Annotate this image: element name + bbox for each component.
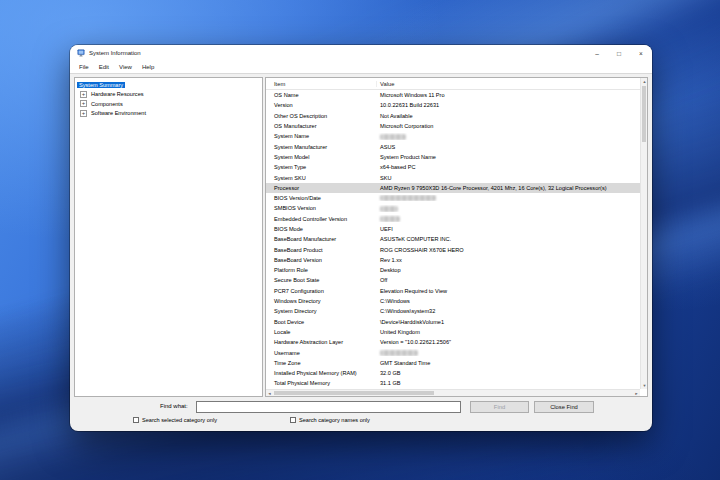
value-cell: Rev 1.xx: [377, 257, 640, 263]
value-cell: [377, 205, 640, 212]
menu-view[interactable]: View: [114, 64, 137, 70]
value-cell: ROG CROSSHAIR X670E HERO: [377, 247, 640, 253]
column-header-item[interactable]: Item: [266, 81, 377, 87]
minimize-button[interactable]: –: [586, 45, 608, 61]
item-cell: Secure Boot State: [266, 277, 377, 283]
info-row[interactable]: System ModelSystem Product Name: [266, 152, 640, 162]
redacted-value: [380, 134, 406, 140]
info-row[interactable]: BaseBoard VersionRev 1.xx: [266, 255, 640, 265]
expand-icon[interactable]: +: [80, 91, 87, 98]
find-options: Search selected category only Search cat…: [70, 417, 652, 427]
scroll-down-icon[interactable]: ▼: [641, 382, 648, 389]
info-row[interactable]: PCR7 ConfigurationElevation Required to …: [266, 286, 640, 296]
value-cell: System Product Name: [377, 154, 640, 160]
info-row[interactable]: Hardware Abstraction LayerVersion = "10.…: [266, 337, 640, 347]
item-cell: BaseBoard Product: [266, 247, 377, 253]
expand-icon[interactable]: +: [80, 110, 87, 117]
window-controls: – □ ×: [586, 45, 652, 61]
close-find-button[interactable]: Close Find: [534, 401, 594, 413]
menu-edit[interactable]: Edit: [94, 64, 114, 70]
find-input[interactable]: [196, 401, 461, 413]
item-cell: BaseBoard Version: [266, 257, 377, 263]
maximize-button[interactable]: □: [608, 45, 630, 61]
info-row[interactable]: ProcessorAMD Ryzen 9 7950X3D 16-Core Pro…: [266, 183, 640, 193]
value-cell: [377, 195, 640, 202]
info-row[interactable]: Boot Device\Device\HarddiskVolume1: [266, 317, 640, 327]
item-cell: Windows Directory: [266, 298, 377, 304]
window-title: System Information: [89, 50, 141, 56]
item-cell: BIOS Version/Date: [266, 195, 377, 201]
tree-item-label: Software Environment: [89, 110, 148, 116]
item-cell: BIOS Mode: [266, 226, 377, 232]
search-selected-category-option[interactable]: Search selected category only: [133, 417, 217, 423]
tree-item-system-summary[interactable]: System Summary: [75, 80, 262, 90]
horizontal-scrollbar[interactable]: ◄ ►: [266, 389, 640, 396]
redacted-value: [380, 216, 400, 222]
info-row[interactable]: System Name: [266, 131, 640, 141]
info-row[interactable]: System ManufacturerASUS: [266, 141, 640, 151]
info-row[interactable]: Username: [266, 347, 640, 357]
item-cell: System Directory: [266, 308, 377, 314]
item-cell: Platform Role: [266, 267, 377, 273]
desktop-wallpaper: System Information – □ × FileEditViewHel…: [0, 0, 720, 480]
tree-item-label: Hardware Resources: [89, 91, 146, 97]
info-row[interactable]: Embedded Controller Version: [266, 214, 640, 224]
info-row[interactable]: BaseBoard ManufacturerASUSTeK COMPUTER I…: [266, 234, 640, 244]
info-row[interactable]: Windows DirectoryC:\Windows: [266, 296, 640, 306]
find-button[interactable]: Find: [470, 401, 529, 413]
info-row[interactable]: System SKUSKU: [266, 172, 640, 182]
info-row[interactable]: OS NameMicrosoft Windows 11 Pro: [266, 90, 640, 100]
menu-help[interactable]: Help: [137, 64, 159, 70]
value-cell: C:\Windows: [377, 298, 640, 304]
tree-item-hardware-resources[interactable]: +Hardware Resources: [75, 90, 262, 100]
expand-icon[interactable]: +: [80, 100, 87, 107]
info-row[interactable]: System DirectoryC:\Windows\system32: [266, 306, 640, 316]
info-row[interactable]: BaseBoard ProductROG CROSSHAIR X670E HER…: [266, 244, 640, 254]
item-cell: Boot Device: [266, 319, 377, 325]
value-cell: 31.1 GB: [377, 380, 640, 386]
info-row[interactable]: OS ManufacturerMicrosoft Corporation: [266, 121, 640, 131]
info-row[interactable]: Time ZoneGMT Standard Time: [266, 358, 640, 368]
value-cell: x64-based PC: [377, 164, 640, 170]
search-category-names-option[interactable]: Search category names only: [290, 417, 370, 423]
horizontal-scrollbar-thumb[interactable]: [274, 391, 434, 395]
info-row[interactable]: BIOS Version/Date: [266, 193, 640, 203]
info-row[interactable]: SMBIOS Version: [266, 203, 640, 213]
item-cell: Username: [266, 350, 377, 356]
checkbox-icon[interactable]: [133, 417, 139, 423]
tree-item-components[interactable]: +Components: [75, 99, 262, 109]
checkbox-icon[interactable]: [290, 417, 296, 423]
value-cell: ASUSTeK COMPUTER INC.: [377, 236, 640, 242]
tree-item-label: Components: [89, 101, 125, 107]
value-cell: [377, 133, 640, 140]
value-cell: Off: [377, 277, 640, 283]
close-button[interactable]: ×: [630, 45, 652, 61]
value-cell: Microsoft Windows 11 Pro: [377, 92, 640, 98]
value-cell: GMT Standard Time: [377, 360, 640, 366]
info-row[interactable]: System Typex64-based PC: [266, 162, 640, 172]
column-header-value[interactable]: Value: [377, 81, 640, 87]
info-row[interactable]: LocaleUnited Kingdom: [266, 327, 640, 337]
scroll-left-icon[interactable]: ◄: [266, 390, 273, 397]
menu-file[interactable]: File: [74, 64, 94, 70]
info-row[interactable]: Total Physical Memory31.1 GB: [266, 378, 640, 388]
tree-item-software-environment[interactable]: +Software Environment: [75, 109, 262, 119]
column-headers: Item Value: [266, 78, 640, 90]
value-cell: United Kingdom: [377, 329, 640, 335]
info-row[interactable]: Other OS DescriptionNot Available: [266, 111, 640, 121]
info-row[interactable]: Platform RoleDesktop: [266, 265, 640, 275]
menu-bar: FileEditViewHelp: [70, 61, 652, 74]
scroll-up-icon[interactable]: ▲: [641, 78, 648, 85]
info-row[interactable]: Installed Physical Memory (RAM)32.0 GB: [266, 368, 640, 378]
value-cell: SKU: [377, 175, 640, 181]
redacted-value: [380, 195, 436, 201]
value-cell: AMD Ryzen 9 7950X3D 16-Core Processor, 4…: [377, 185, 640, 191]
info-row[interactable]: BIOS ModeUEFI: [266, 224, 640, 234]
vertical-scrollbar[interactable]: ▲ ▼: [640, 78, 647, 389]
scroll-right-icon[interactable]: ►: [633, 390, 640, 397]
info-row[interactable]: Version10.0.22631 Build 22631: [266, 100, 640, 110]
item-cell: OS Manufacturer: [266, 123, 377, 129]
vertical-scrollbar-thumb[interactable]: [642, 86, 646, 142]
tree-item-label: System Summary: [77, 82, 125, 88]
info-row[interactable]: Secure Boot StateOff: [266, 275, 640, 285]
